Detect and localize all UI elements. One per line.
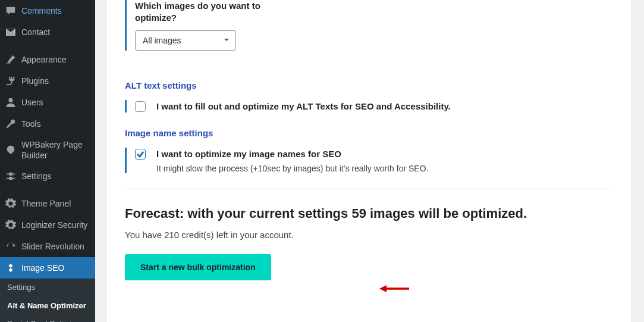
sidebar-item-plugins[interactable]: Plugins [0, 70, 95, 92]
sidebar-item-slider-revolution[interactable]: Slider Revolution [0, 236, 95, 257]
wrench-icon [5, 118, 17, 130]
svg-point-0 [8, 98, 12, 102]
wpb-icon [5, 144, 17, 156]
optimize-question: Which images do you want to optimize? [135, 0, 284, 24]
settings-panel: Which images do you want to optimize? Al… [107, 0, 632, 322]
name-checkbox-desc: It might slow the process (+10sec by ima… [156, 164, 428, 173]
sidebar-item-label: Contact [21, 27, 50, 37]
sidebar-item-users[interactable]: Users [0, 92, 95, 113]
sidebar-item-label: Loginizer Security [21, 220, 87, 230]
sidebar-item-loginizer[interactable]: Loginizer Security [0, 214, 95, 236]
name-checkbox-row: I want to optimize my image names for SE… [125, 148, 614, 173]
sidebar-item-wpbakery[interactable]: WPBakery Page Builder [0, 135, 95, 165]
sidebar-item-comments[interactable]: Comments [0, 0, 95, 21]
forecast-title: Forecast: with your current settings 59 … [125, 206, 614, 221]
brush-icon [5, 54, 17, 65]
sidebar-item-label: Appearance [21, 54, 67, 65]
alt-checkbox-row: I want to fill out and optimize my ALT T… [125, 100, 614, 112]
sidebar-item-label: Theme Panel [21, 198, 71, 209]
sidebar-item-label: WPBakery Page Builder [21, 139, 90, 161]
image-seo-submenu: Settings Alt & Name Optimizer Social Car… [0, 279, 95, 322]
sidebar-item-contact[interactable]: Contact [0, 21, 95, 43]
refresh-icon [5, 240, 17, 252]
sidebar-item-label: Slider Revolution [21, 241, 84, 252]
content-area: Which images do you want to optimize? Al… [95, 0, 644, 322]
start-bulk-button[interactable]: Start a new bulk optimization [125, 254, 271, 280]
sidebar-item-label: Users [21, 97, 43, 108]
optimize-select-wrapper: All images [135, 30, 236, 51]
sidebar-item-label: Tools [21, 118, 41, 129]
alt-section-title: ALT text settings [125, 80, 614, 90]
imageseo-icon [5, 262, 17, 274]
mail-icon [5, 26, 17, 38]
alt-checkbox-label: I want to fill out and optimize my ALT T… [156, 100, 451, 112]
sidebar-item-appearance[interactable]: Appearance [0, 49, 95, 70]
sidebar-item-label: Plugins [21, 76, 49, 86]
optimize-images-field: Which images do you want to optimize? Al… [125, 0, 614, 51]
gear-icon [5, 219, 17, 231]
sidebar-item-tools[interactable]: Tools [0, 113, 95, 135]
name-section-title: Image name settings [125, 128, 614, 138]
comment-icon [5, 5, 17, 17]
alt-checkbox[interactable] [135, 101, 146, 112]
sidebar-item-label: Image SEO [21, 262, 64, 273]
plug-icon [5, 75, 17, 87]
sidebar-item-theme-panel[interactable]: Theme Panel [0, 193, 95, 214]
user-icon [5, 96, 17, 108]
admin-sidebar: Comments Contact Appearance Plugins User… [0, 0, 95, 322]
submenu-social-card-optimizer[interactable]: Social Card Optimizer [0, 315, 95, 322]
divider [125, 189, 614, 189]
sidebar-item-image-seo[interactable]: Image SEO [0, 257, 95, 279]
credits-text: You have 210 credit(s) left in your acco… [125, 230, 614, 240]
gear-icon [5, 198, 17, 210]
sidebar-item-settings[interactable]: Settings [0, 165, 95, 187]
settings-icon [5, 170, 17, 182]
submenu-settings[interactable]: Settings [0, 279, 95, 296]
optimize-images-select[interactable]: All images [135, 30, 236, 51]
name-checkbox[interactable] [135, 149, 146, 160]
sidebar-item-label: Settings [21, 171, 52, 182]
submenu-alt-name-optimizer[interactable]: Alt & Name Optimizer [0, 297, 95, 315]
name-checkbox-label: I want to optimize my image names for SE… [156, 148, 428, 160]
sidebar-item-label: Comments [21, 5, 62, 16]
select-value: All images [143, 36, 181, 45]
